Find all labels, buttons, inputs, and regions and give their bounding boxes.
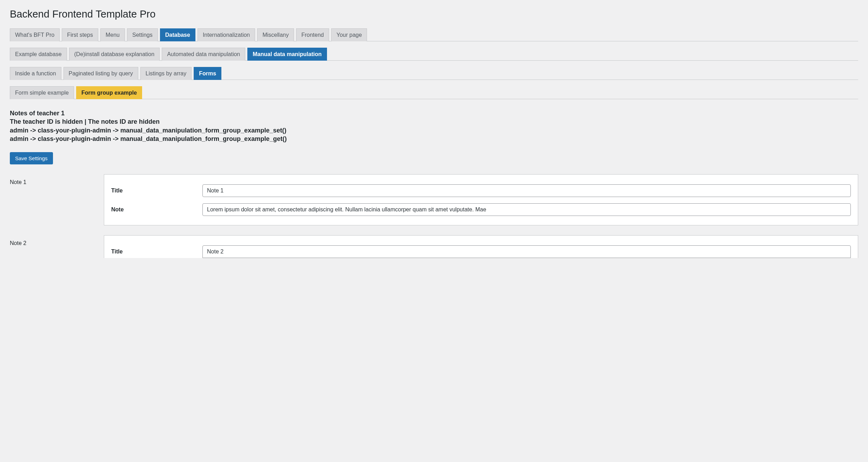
tab-row-2: Example database (De)install database ex… [10,48,858,61]
tab-row-1: What's BFT Pro First steps Menu Settings… [10,28,858,41]
heading-line: Notes of teacher 1 [10,109,858,117]
note-section-1: Note 1 Title Note [10,174,858,225]
tab-row-3: Inside a function Paginated listing by q… [10,67,858,80]
field-label-title: Title [111,249,202,255]
heading-line: admin -> class-your-plugin-admin -> manu… [10,135,858,143]
tab-first-steps[interactable]: First steps [62,28,98,41]
tab-inside-a-function[interactable]: Inside a function [10,67,61,80]
note-section-label: Note 2 [10,235,104,246]
tab-listings-by-array[interactable]: Listings by array [140,67,192,80]
tab-paginated-listing-by-query[interactable]: Paginated listing by query [64,67,138,80]
note-section-box: Title [104,235,858,258]
save-settings-button[interactable]: Save Settings [10,152,53,164]
field-row-title: Title [111,184,851,197]
tab-forms[interactable]: Forms [194,67,221,80]
tab-internationalization[interactable]: Internationalization [198,28,255,41]
tab-database[interactable]: Database [160,28,195,41]
title-input[interactable] [202,245,851,258]
tab-miscellany[interactable]: Miscellany [257,28,294,41]
tab-frontend[interactable]: Frontend [296,28,329,41]
heading-line: admin -> class-your-plugin-admin -> manu… [10,126,858,135]
field-row-title: Title [111,245,851,258]
tab-example-database[interactable]: Example database [10,48,67,61]
note-section-box: Title Note [104,174,858,225]
tab-your-page[interactable]: Your page [331,28,367,41]
page-title: Backend Frontend Template Pro [10,0,858,28]
tab-whats-bft-pro[interactable]: What's BFT Pro [10,28,60,41]
note-section-2: Note 2 Title [10,235,858,258]
field-label-note: Note [111,206,202,213]
tab-form-group-example[interactable]: Form group example [76,86,142,99]
heading-line: The teacher ID is hidden | The notes ID … [10,117,858,126]
title-input[interactable] [202,184,851,197]
heading-block: Notes of teacher 1 The teacher ID is hid… [10,109,858,143]
note-section-label: Note 1 [10,174,104,185]
tab-manual-data-manipulation[interactable]: Manual data manipulation [247,48,327,61]
tab-deinstall-database-explanation[interactable]: (De)install database explanation [69,48,160,61]
tab-form-simple-example[interactable]: Form simple example [10,86,74,99]
tab-menu[interactable]: Menu [100,28,125,41]
note-input[interactable] [202,203,851,216]
tab-row-4: Form simple example Form group example [10,86,858,99]
tab-settings[interactable]: Settings [127,28,158,41]
field-row-note: Note [111,203,851,216]
tab-automated-data-manipulation[interactable]: Automated data manipulation [162,48,245,61]
field-label-title: Title [111,188,202,194]
